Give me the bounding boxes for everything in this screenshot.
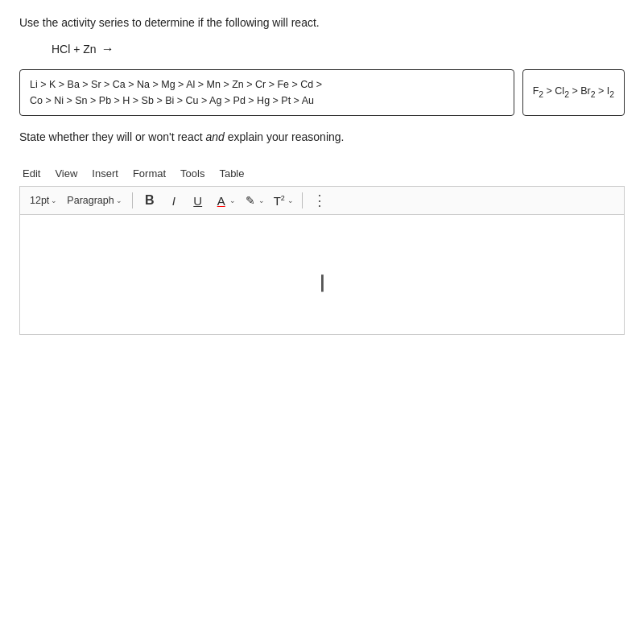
highlight-chevron: ⌄ [258,196,265,204]
text-cursor: ┃ [318,275,327,292]
menu-table[interactable]: Table [219,167,244,180]
reaction-line: HCl + Zn → [52,42,625,56]
italic-button[interactable]: I [163,190,184,211]
toolbar-divider-2 [302,192,303,208]
bold-button[interactable]: B [139,190,160,211]
state-instruction: State whether they will or won't react a… [19,130,625,143]
more-options-button[interactable]: ⋮ [309,190,330,211]
activity-series-line1: Li > K > Ba > Sr > Ca > Na > Mg > Al > M… [30,79,322,90]
underline-button[interactable]: U [188,190,208,211]
font-size-dropdown[interactable]: 12pt ⌄ [27,193,60,208]
reaction-arrow: → [101,42,114,56]
activity-series-line2: Co > Ni > Sn > Pb > H > Sb > Bi > Cu > A… [30,95,314,106]
font-color-icon: A [213,194,229,208]
question-text: Use the activity series to determine if … [19,16,625,29]
paragraph-chevron: ⌄ [116,196,122,204]
paragraph-value: Paragraph [67,195,114,206]
font-color-dropdown[interactable]: A ⌄ [212,192,237,209]
editor-text-area[interactable]: ┃ [19,214,625,335]
highlight-dropdown[interactable]: ✎ ⌄ [241,192,266,208]
menu-view[interactable]: View [55,167,77,180]
menu-tools[interactable]: Tools [180,167,204,180]
activity-boxes: Li > K > Ba > Sr > Ca > Na > Mg > Al > M… [19,69,625,116]
highlight-icon: ✎ [242,194,258,207]
reaction-equation: HCl + Zn [52,43,97,56]
superscript-icon: T2 [271,194,287,208]
halogen-series-text: F2 > Cl2 > Br2 > I2 [533,83,614,101]
font-size-chevron: ⌄ [51,196,57,204]
activity-series-box: Li > K > Ba > Sr > Ca > Na > Mg > Al > M… [19,69,514,116]
superscript-chevron: ⌄ [287,196,294,204]
superscript-dropdown[interactable]: T2 ⌄ [270,192,295,209]
toolbar-divider-1 [132,192,133,208]
page: Use the activity series to determine if … [0,0,644,644]
paragraph-dropdown[interactable]: Paragraph ⌄ [64,193,125,208]
halogen-series-box: F2 > Cl2 > Br2 > I2 [522,69,625,116]
menu-format[interactable]: Format [133,167,166,180]
editor-container: Edit View Insert Format Tools Table 12pt… [19,167,625,335]
font-size-value: 12pt [30,195,49,206]
editor-menu: Edit View Insert Format Tools Table [19,167,625,180]
editor-toolbar: 12pt ⌄ Paragraph ⌄ B I U A ⌄ ✎ [19,186,625,214]
menu-edit[interactable]: Edit [23,167,40,180]
menu-insert[interactable]: Insert [92,167,118,180]
font-color-chevron: ⌄ [229,196,236,204]
